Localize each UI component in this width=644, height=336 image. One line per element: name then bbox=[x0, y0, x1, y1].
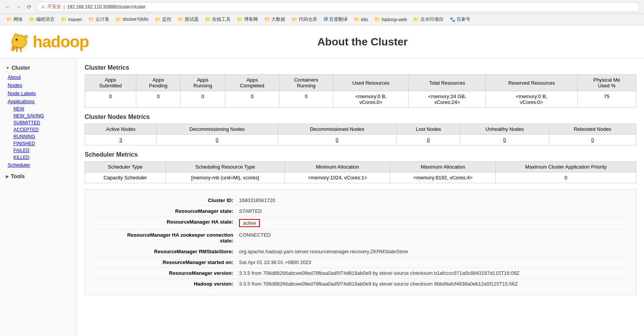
folder-icon: 📁 bbox=[264, 17, 270, 22]
cluster-label: Cluster bbox=[12, 65, 30, 71]
hadoop-version-label: Hadoop version: bbox=[93, 281, 239, 287]
sidebar-cluster-section: ▼ Cluster About Nodes Node Labels Applic… bbox=[0, 62, 77, 169]
td-used-resources: <memory:0 B,vCores:0> bbox=[333, 91, 409, 108]
cluster-nodes-header-row: Active Nodes Decommissioning Nodes Decom… bbox=[85, 124, 636, 135]
scheduler-data-row: Capacity Scheduler [memory-mb (unit=Mi),… bbox=[85, 172, 636, 183]
cluster-metrics-table: AppsSubmitted AppsPending AppsRunning Ap… bbox=[85, 74, 636, 108]
cluster-nodes-data-row: 3 0 0 0 0 0 bbox=[85, 135, 636, 145]
bookmark-k8s[interactable]: 📁 k8s bbox=[351, 16, 371, 23]
sidebar-item-apps-killed[interactable]: KILLED bbox=[0, 154, 77, 161]
info-row-rm-store: ResourceManager RMStateStore: org.apache… bbox=[93, 246, 628, 257]
sidebar-item-apps-submitted[interactable]: SUBMITTED bbox=[0, 119, 77, 126]
sidebar-item-applications: Applications bbox=[0, 97, 77, 105]
scheduler-metrics-title: Scheduler Metrics bbox=[85, 151, 636, 158]
sidebar-item-apps-new[interactable]: NEW bbox=[0, 105, 77, 112]
folder-icon: 📁 bbox=[205, 17, 211, 22]
th-used-resources: Used Resources bbox=[333, 75, 409, 91]
td-reserved-resources: <memory:0 B,vCores:0> bbox=[486, 91, 577, 108]
th-active-nodes: Active Nodes bbox=[85, 124, 157, 135]
td-min-allocation: <memory:1024, vCores:1> bbox=[285, 172, 390, 183]
bookmark-biancheng[interactable]: 📁 编程语言 bbox=[27, 15, 57, 23]
bookmark-jiankong[interactable]: 📁 监控 bbox=[152, 15, 174, 23]
cluster-id-value: 1680316561720 bbox=[239, 197, 628, 203]
folder-icon: 📁 bbox=[237, 17, 243, 22]
address-text: 192.168.182.110:30888/cluster/cluster bbox=[67, 4, 146, 10]
info-row-rm-started: ResourceManager started on: Sat Apr 01 1… bbox=[93, 257, 628, 268]
bookmark-wangluo[interactable]: 📁 网络 bbox=[4, 15, 25, 23]
sidebar-item-scheduler[interactable]: Scheduler bbox=[0, 161, 77, 169]
bookmarks-bar: 📁 网络 📁 编程语言 📁 maven 📁 云计算 📁 docker与k8s 📁… bbox=[0, 14, 644, 25]
security-label: 不安全 bbox=[47, 3, 61, 10]
browser-bar: ← → ⟳ ⚠ 不安全 | 192.168.182.110:30888/clus… bbox=[0, 0, 644, 14]
td-active-nodes: 3 bbox=[85, 135, 157, 145]
sidebar-item-apps-new-saving[interactable]: NEW_SAVING bbox=[0, 112, 77, 119]
th-apps-running: AppsRunning bbox=[181, 75, 225, 91]
forward-button[interactable]: → bbox=[15, 3, 22, 11]
sidebar-item-apps-running[interactable]: RUNNING bbox=[0, 133, 77, 140]
rm-store-label: ResourceManager RMStateStore: bbox=[93, 249, 239, 254]
td-decommissioned: 0 bbox=[278, 135, 396, 145]
bookmark-queshui[interactable]: 📁 去水印项目 bbox=[411, 15, 446, 23]
td-max-allocation: <memory:8192, vCores:4> bbox=[390, 172, 496, 183]
paw-icon: 🐾 bbox=[450, 17, 455, 22]
bookmark-yunji[interactable]: 📁 云计算 bbox=[86, 15, 112, 23]
sidebar-cluster-title[interactable]: ▼ Cluster bbox=[0, 62, 77, 73]
td-max-priority: 0 bbox=[496, 172, 636, 183]
cluster-metrics-title: Cluster Metrics bbox=[85, 64, 636, 71]
folder-icon: 📁 bbox=[115, 17, 122, 22]
rm-state-value: STARTED bbox=[239, 208, 628, 214]
back-button[interactable]: ← bbox=[4, 3, 12, 11]
rm-ha-state-value: active bbox=[239, 219, 628, 227]
th-min-allocation: Minimum Allocation bbox=[285, 162, 390, 172]
sidebar-item-about[interactable]: About bbox=[0, 73, 77, 81]
sidebar-item-nodes[interactable]: Nodes bbox=[0, 81, 77, 89]
bookmark-mianti[interactable]: 📁 面试题 bbox=[175, 15, 201, 23]
page-container: hadoop About the Cluster ▼ Cluster About… bbox=[0, 25, 644, 336]
scheduler-header-row: Scheduler Type Scheduling Resource Type … bbox=[85, 162, 636, 172]
td-unhealthy: 0 bbox=[460, 135, 549, 145]
sidebar-item-apps-accepted[interactable]: ACCEPTED bbox=[0, 126, 77, 133]
sidebar-item-apps-failed[interactable]: FAILED bbox=[0, 147, 77, 154]
th-physical-mem-used: Physical MeUsed % bbox=[577, 75, 636, 91]
folder-icon: 📁 bbox=[413, 17, 419, 22]
td-containers-running: 0 bbox=[279, 91, 333, 108]
bookmark-maven[interactable]: 📁 maven bbox=[59, 16, 84, 23]
th-scheduler-type: Scheduler Type bbox=[85, 162, 166, 172]
folder-icon: 📁 bbox=[177, 17, 184, 22]
bookmark-boke[interactable]: 📁 博客网 bbox=[234, 15, 260, 23]
sidebar: ▼ Cluster About Nodes Node Labels Applic… bbox=[0, 59, 77, 336]
folder-icon: 📁 bbox=[354, 17, 360, 22]
th-apps-completed: AppsCompleted bbox=[225, 75, 279, 91]
bookmark-dashuju[interactable]: 📁 大数据 bbox=[262, 15, 288, 23]
info-row-hadoop-version: Hadoop version: 3.3.5 from 706d88266abce… bbox=[93, 279, 628, 289]
bookmark-docker[interactable]: 📁 docker与k8s bbox=[113, 15, 151, 23]
sidebar-item-node-labels[interactable]: Node Labels bbox=[0, 89, 77, 97]
info-row-rm-ha-state: ResourceManager HA state: active bbox=[93, 217, 628, 230]
th-max-priority: Maximum Cluster Application Priority bbox=[496, 162, 636, 172]
hadoop-version-value: 3.3.5 from 706d88266abcee09ed78fbaa0ad5f… bbox=[239, 281, 628, 287]
th-unhealthy-nodes: Unhealthy Nodes bbox=[460, 124, 549, 135]
bookmark-baidu[interactable]: 译 百度翻译 bbox=[321, 15, 350, 23]
folder-icon: 📁 bbox=[374, 17, 380, 22]
td-apps-completed: 0 bbox=[225, 91, 279, 108]
bookmark-zaixian[interactable]: 📁 在线工具 bbox=[202, 15, 233, 23]
folder-icon: 📁 bbox=[291, 17, 298, 22]
rm-ha-state-label: ResourceManager HA state: bbox=[93, 219, 239, 225]
cluster-metrics-data-row: 0 0 0 0 0 <memory:0 B,vCores:0> <memory:… bbox=[85, 91, 636, 108]
main-layout: ▼ Cluster About Nodes Node Labels Applic… bbox=[0, 59, 644, 336]
th-apps-submitted: AppsSubmitted bbox=[85, 75, 136, 91]
address-bar[interactable]: ⚠ 不安全 | 192.168.182.110:30888/cluster/cl… bbox=[36, 2, 640, 12]
rm-ha-zk-label: ResourceManager HA zookeeper connection … bbox=[93, 232, 239, 244]
folder-icon: 📁 bbox=[61, 17, 67, 22]
sidebar-tools-title[interactable]: ▶ Tools bbox=[0, 171, 77, 182]
rm-version-label: ResourceManager version: bbox=[93, 270, 239, 276]
bookmark-daima[interactable]: 📁 代码仓库 bbox=[289, 15, 319, 23]
rm-ha-zk-value: CONNECTED bbox=[239, 232, 628, 238]
cluster-metrics-header-row: AppsSubmitted AppsPending AppsRunning Ap… bbox=[85, 75, 636, 91]
bookmark-hadoopweb[interactable]: 📁 hadoop-web bbox=[372, 16, 409, 23]
sidebar-item-apps-finished[interactable]: FINISHED bbox=[0, 140, 77, 147]
rm-started-label: ResourceManager started on: bbox=[93, 259, 239, 265]
refresh-button[interactable]: ⟳ bbox=[25, 3, 33, 11]
hadoop-logo: hadoop bbox=[8, 31, 89, 52]
bookmark-baijia[interactable]: 🐾 百家号 bbox=[447, 15, 473, 23]
